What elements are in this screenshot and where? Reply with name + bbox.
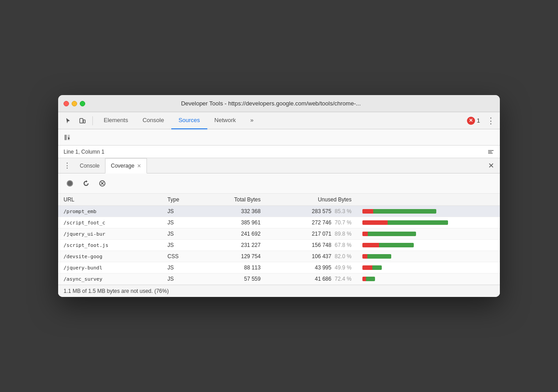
cell-unused-pct: 72.4 % bbox=[333, 276, 352, 282]
cell-unused-bytes: 283 575 85.3 % bbox=[266, 206, 357, 217]
status-bar: Line 1, Column 1 bbox=[58, 146, 500, 158]
toolbar-divider-1 bbox=[92, 116, 93, 125]
cell-type: JS bbox=[162, 262, 201, 273]
drawer-close-btn[interactable]: ✕ bbox=[485, 160, 496, 171]
reload-btn[interactable] bbox=[80, 177, 92, 190]
cell-type: JS bbox=[162, 206, 201, 217]
coverage-footer: 1.1 MB of 1.5 MB bytes are not used. (76… bbox=[58, 285, 500, 297]
window-title: Developer Tools - https://developers.goo… bbox=[58, 100, 494, 107]
coverage-bar bbox=[362, 254, 391, 259]
used-bar bbox=[362, 277, 366, 281]
tab-network[interactable]: Network bbox=[207, 112, 243, 129]
drawer-tab-coverage[interactable]: Coverage ✕ bbox=[105, 158, 147, 173]
table-row[interactable]: /prompt_embJS332 368283 575 85.3 % bbox=[58, 206, 500, 217]
cell-total-bytes: 332 368 bbox=[201, 206, 266, 217]
cell-total-bytes: 57 559 bbox=[201, 273, 266, 285]
cell-unused-bytes: 156 748 67.8 % bbox=[266, 240, 357, 251]
coverage-controls bbox=[58, 173, 500, 194]
unused-bar bbox=[388, 220, 448, 225]
svg-rect-1 bbox=[83, 120, 85, 123]
secondary-toolbar bbox=[58, 129, 500, 146]
cell-total-bytes: 129 754 bbox=[201, 251, 266, 262]
toolbar-tabs: Elements Console Sources Network » bbox=[96, 112, 261, 129]
table-row[interactable]: /devsite-googCSS129 754106 437 82.0 % bbox=[58, 251, 500, 262]
coverage-table-body: /prompt_embJS332 368283 575 85.3 %/scrip… bbox=[58, 206, 500, 285]
tab-elements[interactable]: Elements bbox=[96, 112, 135, 129]
cell-unused-bytes: 43 995 49.9 % bbox=[266, 262, 357, 273]
coverage-panel: ⋮ Console Coverage ✕ ✕ bbox=[58, 158, 500, 297]
devtools-toolbar: Elements Console Sources Network » ✕ 1 ⋮ bbox=[58, 112, 500, 129]
col-total-bytes[interactable]: Total Bytes bbox=[201, 194, 266, 206]
used-bar bbox=[362, 265, 372, 270]
more-menu-btn[interactable]: ⋮ bbox=[485, 115, 496, 126]
coverage-bar bbox=[362, 277, 375, 281]
svg-rect-5 bbox=[488, 150, 494, 151]
cell-unused-bytes: 106 437 82.0 % bbox=[266, 251, 357, 262]
cell-url: /script_foot_c bbox=[58, 217, 162, 228]
coverage-tab-close[interactable]: ✕ bbox=[137, 163, 141, 169]
coverage-table: URL Type Total Bytes Unused Bytes /promp… bbox=[58, 194, 500, 285]
cell-total-bytes: 241 692 bbox=[201, 228, 266, 240]
cursor-icon-btn[interactable] bbox=[62, 114, 74, 127]
cell-url: /async_survey bbox=[58, 273, 162, 285]
table-row[interactable]: /async_surveyJS57 55941 686 72.4 % bbox=[58, 273, 500, 285]
coverage-bar bbox=[362, 220, 448, 225]
clear-btn[interactable] bbox=[96, 177, 109, 190]
cell-unused-pct: 67.8 % bbox=[333, 242, 352, 248]
error-count: 1 bbox=[477, 117, 480, 124]
cell-total-bytes: 88 113 bbox=[201, 262, 266, 273]
cell-url: /jquery_ui-bur bbox=[58, 228, 162, 240]
unused-bar bbox=[367, 254, 391, 259]
cell-total-bytes: 385 961 bbox=[201, 217, 266, 228]
device-toggle-btn[interactable] bbox=[76, 114, 89, 127]
cell-unused-bytes: 217 071 89.8 % bbox=[266, 228, 357, 240]
tab-console[interactable]: Console bbox=[135, 112, 171, 129]
unused-bar bbox=[379, 243, 414, 247]
record-btn[interactable] bbox=[64, 177, 76, 190]
cell-unused-pct: 82.0 % bbox=[333, 253, 352, 260]
used-bar bbox=[362, 220, 388, 225]
used-bar bbox=[362, 254, 367, 259]
cell-unused-pct: 85.3 % bbox=[333, 208, 352, 214]
reload-icon bbox=[82, 180, 90, 187]
cell-bar bbox=[357, 273, 500, 285]
cell-type: JS bbox=[162, 228, 201, 240]
record-dot-icon bbox=[67, 180, 73, 187]
titlebar: Developer Tools - https://developers.goo… bbox=[58, 95, 500, 112]
col-type[interactable]: Type bbox=[162, 194, 201, 206]
table-row[interactable]: /jquery_ui-burJS241 692217 071 89.8 % bbox=[58, 228, 500, 240]
unused-bar bbox=[372, 265, 382, 270]
cell-url: /jquery-bundl bbox=[58, 262, 162, 273]
error-badge[interactable]: ✕ 1 bbox=[467, 117, 480, 125]
cell-type: JS bbox=[162, 217, 201, 228]
col-unused-bytes[interactable]: Unused Bytes bbox=[266, 194, 357, 206]
status-right bbox=[487, 148, 494, 155]
svg-rect-3 bbox=[68, 135, 70, 140]
col-url[interactable]: URL bbox=[58, 194, 162, 206]
cell-bar bbox=[357, 262, 500, 273]
cell-url: /script_foot.js bbox=[58, 240, 162, 251]
table-row[interactable]: /script_foot_cJS385 961272 746 70.7 % bbox=[58, 217, 500, 228]
format-icon[interactable] bbox=[487, 148, 494, 155]
cell-total-bytes: 231 227 bbox=[201, 240, 266, 251]
coverage-bar bbox=[362, 243, 414, 247]
cell-type: CSS bbox=[162, 251, 201, 262]
tab-sources[interactable]: Sources bbox=[171, 112, 207, 129]
svg-rect-7 bbox=[488, 153, 493, 154]
cell-unused-bytes: 272 746 70.7 % bbox=[266, 217, 357, 228]
table-row[interactable]: /script_foot.jsJS231 227156 748 67.8 % bbox=[58, 240, 500, 251]
drawer-tab-console[interactable]: Console bbox=[74, 158, 105, 173]
table-row[interactable]: /jquery-bundlJS88 11343 995 49.9 % bbox=[58, 262, 500, 273]
show-navigator-btn[interactable] bbox=[62, 132, 73, 143]
cell-bar bbox=[357, 251, 500, 262]
cell-type: JS bbox=[162, 273, 201, 285]
coverage-bar bbox=[362, 209, 436, 214]
table-header-row: URL Type Total Bytes Unused Bytes bbox=[58, 194, 500, 206]
svg-rect-6 bbox=[488, 151, 492, 152]
used-bar bbox=[362, 243, 379, 247]
drawer-more-btn[interactable]: ⋮ bbox=[62, 160, 73, 171]
unused-bar bbox=[368, 232, 416, 236]
cell-unused-pct: 89.8 % bbox=[333, 231, 352, 237]
tab-more[interactable]: » bbox=[243, 112, 261, 129]
cell-unused-pct: 70.7 % bbox=[333, 219, 352, 226]
